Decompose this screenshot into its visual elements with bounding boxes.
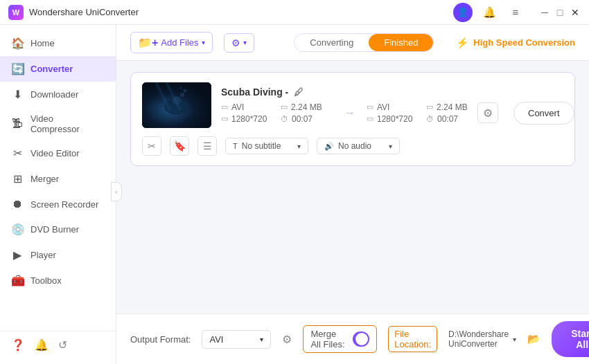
topbar: 📁+ Add Files ▾ ⚙ ▾ Converting Finished ⚡… <box>116 25 589 61</box>
bookmark-button[interactable]: 🔖 <box>170 136 189 156</box>
source-duration: ⏱ 00:07 <box>281 114 332 124</box>
tab-converting[interactable]: Converting <box>294 34 369 51</box>
output-format-label: Output Format: <box>130 334 191 345</box>
cut-button[interactable]: ✂ <box>142 136 161 156</box>
add-icon: 📁+ <box>138 36 158 49</box>
file-settings-icon[interactable]: ⚙ <box>477 102 498 123</box>
editor-icon: ✂ <box>11 147 24 160</box>
effects-button[interactable]: ☰ <box>197 136 217 156</box>
menu-icon[interactable]: ≡ <box>506 3 525 22</box>
app-logo: W <box>8 5 24 20</box>
file-card-bottom: ✂ 🔖 ☰ T No subtitle ▾ 🔊 No audio ▾ <box>142 136 563 156</box>
path-dropdown-arrow[interactable]: ▾ <box>513 336 516 343</box>
dest-size: ▭ 2.24 MB <box>426 102 477 112</box>
sidebar-label-merger: Merger <box>30 174 59 184</box>
merge-container: Merge All Files: <box>303 325 377 353</box>
high-speed-label: High Speed Conversion <box>473 37 575 48</box>
bottom-bar: Output Format: AVI ▾ ⚙ Merge All Files: … <box>116 313 589 364</box>
sidebar: 🏠 Home 🔄 Converter ⬇ Downloader 🗜 Video … <box>0 25 116 364</box>
audio-select[interactable]: 🔊 No audio ▾ <box>317 138 400 154</box>
file-name: Scuba Diving - <box>221 87 288 98</box>
maximize-button[interactable]: □ <box>554 7 565 18</box>
format-value: AVI <box>209 334 223 345</box>
logo-letter: W <box>12 8 19 17</box>
file-card-top: Scuba Diving - 🖊 ▭ AVI <box>142 82 563 128</box>
sidebar-label-home: Home <box>30 38 55 48</box>
sidebar-item-screen-recorder[interactable]: ⏺ Screen Recorder <box>0 192 116 217</box>
dvd-icon: 💿 <box>11 223 24 236</box>
merge-label: Merge All Files: <box>310 329 347 349</box>
sidebar-item-video-compressor[interactable]: 🗜 Video Compressor <box>0 107 116 140</box>
file-meta-row: ▭ AVI ▭ 2.24 MB ▭ 1280*720 <box>221 102 574 125</box>
add-files-label: Add Files <box>161 37 198 48</box>
subtitle-value: No subtitle <box>242 141 281 151</box>
add-files-button[interactable]: 📁+ Add Files ▾ <box>130 32 213 53</box>
dest-format-value: AVI <box>377 102 389 112</box>
close-button[interactable]: ✕ <box>570 7 581 18</box>
sidebar-item-merger[interactable]: ⊞ Merger <box>0 166 116 192</box>
app-title: Wondershare UniConverter <box>29 7 453 17</box>
add-dropdown-arrow2: ▾ <box>243 39 247 46</box>
help-icon[interactable]: ❓ <box>11 338 25 352</box>
subtitle-icon: T <box>233 142 238 150</box>
dest-size-value: 2.24 MB <box>437 102 468 112</box>
tab-group: Converting Finished <box>294 33 434 52</box>
audio-icon: 🔊 <box>324 142 334 151</box>
format-icon-src: ▭ <box>221 102 228 111</box>
sidebar-item-downloader[interactable]: ⬇ Downloader <box>0 82 116 107</box>
sidebar-item-player[interactable]: ▶ Player <box>0 242 116 268</box>
edit-filename-icon[interactable]: 🖊 <box>294 87 304 98</box>
browse-folder-button[interactable]: 📂 <box>527 330 540 348</box>
subtitle-select[interactable]: T No subtitle ▾ <box>225 138 308 154</box>
output-format-select[interactable]: AVI ▾ <box>202 330 271 349</box>
dest-res-value: 1280*720 <box>377 114 412 124</box>
subtitle-arrow: ▾ <box>297 143 301 150</box>
content-area: Scuba Diving - 🖊 ▭ AVI <box>116 61 589 313</box>
conversion-arrow: → <box>343 106 355 120</box>
settings-button[interactable]: ⚙ ▾ <box>224 33 254 53</box>
minimize-button[interactable]: ─ <box>539 7 550 18</box>
sidebar-item-home[interactable]: 🏠 Home <box>0 30 116 56</box>
tab-finished[interactable]: Finished <box>369 34 433 51</box>
sidebar-item-toolbox[interactable]: 🧰 Toolbox <box>0 268 116 293</box>
sidebar-item-converter[interactable]: 🔄 Converter <box>0 56 116 82</box>
audio-value: No audio <box>338 141 371 151</box>
res-icon-dst: ▭ <box>367 114 373 123</box>
sidebar-item-dvd-burner[interactable]: 💿 DVD Burner <box>0 217 116 242</box>
dest-meta: ▭ AVI ▭ 2.24 MB ▭ 1280*720 <box>367 102 477 124</box>
notification-icon[interactable]: 🔔 <box>35 338 49 352</box>
file-location-label[interactable]: File Location: <box>388 326 437 352</box>
user-icon[interactable]: 👤 <box>453 3 473 22</box>
title-bar-icons: 👤 🔔 ≡ <box>453 3 525 22</box>
compressor-icon: 🗜 <box>11 118 24 130</box>
app-body: 🏠 Home 🔄 Converter ⬇ Downloader 🗜 Video … <box>0 25 589 364</box>
sidebar-item-video-editor[interactable]: ✂ Video Editor <box>0 140 116 166</box>
source-dur-value: 00:07 <box>292 114 313 124</box>
thumbnail-image <box>142 82 211 128</box>
format-gear-button[interactable]: ⚙ <box>282 329 292 349</box>
audio-arrow: ▾ <box>389 143 392 150</box>
toolbox-icon: 🧰 <box>11 274 24 287</box>
add-dropdown-arrow: ▾ <box>202 39 205 46</box>
sidebar-label-compressor: Video Compressor <box>30 113 105 134</box>
feedback-icon[interactable]: ↺ <box>58 338 67 352</box>
dest-resolution: ▭ 1280*720 <box>367 114 418 124</box>
start-all-button[interactable]: Start All <box>552 321 589 357</box>
sidebar-label-editor: Video Editor <box>30 148 80 158</box>
sidebar-label-toolbox: Toolbox <box>30 275 62 286</box>
high-speed-conversion-button[interactable]: ⚡ High Speed Conversion <box>456 37 575 49</box>
window-controls: ─ □ ✕ <box>539 7 581 18</box>
source-meta: ▭ AVI ▭ 2.24 MB ▭ 1280*720 <box>221 102 332 124</box>
collapse-handle[interactable]: ‹ <box>111 182 122 201</box>
file-title-row: Scuba Diving - 🖊 <box>221 87 574 98</box>
merge-toggle[interactable] <box>353 331 369 347</box>
title-bar: W Wondershare UniConverter 👤 🔔 ≡ ─ □ ✕ <box>0 0 589 25</box>
sidebar-label-dvd: DVD Burner <box>30 224 79 235</box>
sidebar-footer: ❓ 🔔 ↺ <box>0 331 116 358</box>
file-thumbnail <box>142 82 211 128</box>
convert-button[interactable]: Convert <box>513 102 574 125</box>
file-info: Scuba Diving - 🖊 ▭ AVI <box>221 87 574 125</box>
file-card: Scuba Diving - 🖊 ▭ AVI <box>130 72 575 166</box>
main-content: 📁+ Add Files ▾ ⚙ ▾ Converting Finished ⚡… <box>116 25 589 364</box>
bell-icon[interactable]: 🔔 <box>480 3 499 22</box>
